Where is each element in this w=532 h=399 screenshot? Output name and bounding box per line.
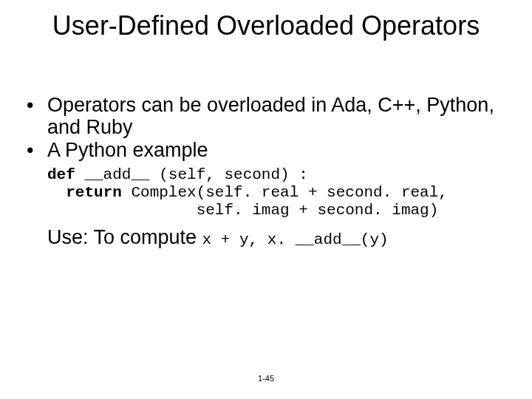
bullet-text: A Python example <box>47 139 208 161</box>
use-line: Use: To compute x + y, x. __add__(y) <box>47 227 505 249</box>
code-block: def __add__ (self, second) : return Comp… <box>47 166 505 219</box>
code-line: self. imag + second. imag) <box>47 202 438 219</box>
keyword-def: def <box>47 166 75 183</box>
bullet-text: Operators can be overloaded in Ada, C++,… <box>47 94 494 138</box>
slide: User-Defined Overloaded Operators Operat… <box>0 0 532 399</box>
bullet-item: A Python example <box>27 140 505 162</box>
use-expression: x + y, x. __add__(y) <box>202 231 389 248</box>
bullet-item: Operators can be overloaded in Ada, C++,… <box>27 95 505 138</box>
keyword-return: return <box>66 184 122 201</box>
slide-title: User-Defined Overloaded Operators <box>0 10 532 41</box>
use-label: Use: To compute <box>47 226 202 248</box>
slide-number: 1-45 <box>0 374 532 383</box>
code-signature: __add__ (self, second) : <box>75 166 308 183</box>
code-line: Complex(self. real + second. real, <box>122 184 448 201</box>
slide-body: Operators can be overloaded in Ada, C++,… <box>27 95 505 249</box>
